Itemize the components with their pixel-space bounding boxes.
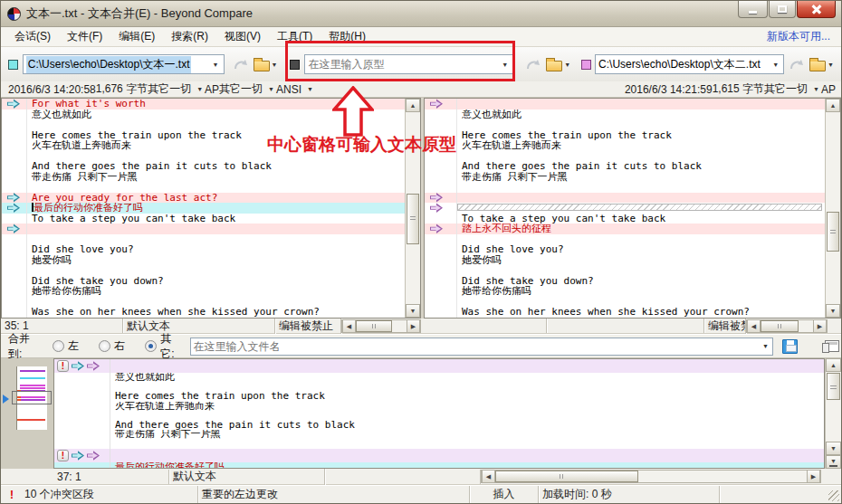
chevron-down-icon[interactable]: ▼ [761, 343, 770, 349]
menu-item[interactable]: 工具(T) [269, 27, 321, 46]
text-line[interactable]: To take a step you can't take back [425, 214, 825, 224]
text-line[interactable]: Are you ready for the last act? [2, 193, 405, 204]
save-output-button[interactable] [780, 336, 799, 357]
right-editor-pane[interactable]: 意义也就如此Here comes the train upon the trac… [424, 98, 841, 319]
left-encoding-dropdown[interactable]: ANSI▼ [276, 83, 315, 96]
conflict-icon[interactable]: ! [57, 360, 69, 372]
text-line[interactable] [425, 99, 825, 109]
text-line[interactable]: 最后的行动你准备好了吗 [54, 462, 824, 469]
text-line[interactable]: Was she on her knees when she kissed you… [425, 307, 825, 318]
text-line[interactable]: And there goes the pain it cuts to black [425, 161, 825, 172]
minimap-viewport[interactable] [12, 391, 52, 404]
text-line[interactable]: 带走伤痛 只剩下一片黑 [54, 430, 824, 440]
text-line[interactable]: Did she take you down? [2, 276, 405, 287]
center-prototype-combobox[interactable]: ▼ [304, 54, 513, 74]
right-open-folder-button[interactable]: ▼ [808, 53, 837, 75]
minimize-button[interactable] [738, 1, 768, 18]
text-line[interactable]: 踏上永不回头的征程 [425, 223, 825, 234]
scroll-thumb[interactable] [495, 471, 638, 482]
center-open-folder-button[interactable]: ▼ [544, 53, 574, 75]
text-line[interactable] [425, 119, 825, 130]
merge-other-radio[interactable] [145, 340, 157, 352]
right-pane-color-button[interactable] [579, 53, 593, 75]
menu-item[interactable]: 搜索(R) [163, 27, 216, 46]
text-line[interactable]: 意义也就如此 [54, 373, 824, 383]
text-line[interactable] [54, 411, 824, 421]
text-line[interactable]: 最后的行动你准备好了吗 [2, 203, 405, 214]
text-line[interactable] [2, 223, 405, 234]
left-vertical-scrollbar[interactable]: ▲ ▼ [405, 99, 420, 318]
scroll-right-icon[interactable]: ▶ [407, 320, 420, 332]
copy-section-arrow-icon[interactable] [72, 451, 84, 461]
merge-left-radio[interactable] [53, 340, 64, 352]
skip-to-end-icon[interactable]: ▼ [826, 455, 841, 469]
right-filter-dropdown[interactable]: 其它一切▼ [764, 81, 821, 97]
text-line[interactable]: 火车在轨道上奔驰而来 [2, 140, 405, 151]
left-editor-pane[interactable]: For what it's worth意义也就如此Here comes the … [1, 98, 421, 319]
text-line[interactable]: Did she love you? [425, 244, 825, 255]
chevron-down-icon[interactable]: ▼ [770, 62, 780, 68]
left-filter-dropdown[interactable]: 其它一切▼ [148, 81, 205, 97]
copy-section-arrow-icon[interactable] [72, 361, 84, 371]
right-vertical-scrollbar[interactable]: ▲ ▼ [825, 99, 840, 318]
text-line[interactable]: Did she love you? [2, 244, 405, 255]
text-line[interactable] [2, 151, 405, 162]
text-line[interactable]: 在亲吻你的王冠时 她有没有双膝跪地 [425, 318, 825, 319]
scroll-up-icon[interactable]: ▲ [406, 99, 420, 112]
copy-section-arrow-icon[interactable] [430, 203, 443, 213]
text-line[interactable]: 在亲吻你的王冠时 她有没有双膝跪地 [2, 318, 405, 319]
merged-horizontal-scrollbar[interactable]: ◀ ▶ [481, 470, 821, 483]
scroll-left-icon[interactable]: ◀ [747, 320, 761, 332]
scroll-left-icon[interactable]: ◀ [482, 471, 495, 482]
text-line[interactable] [425, 203, 825, 214]
text-line[interactable]: Was she on her knees when she kissed you… [2, 307, 405, 318]
output-filename-combobox[interactable]: ▼ [190, 338, 773, 356]
scroll-thumb[interactable] [356, 320, 392, 332]
right-path-combobox[interactable]: C:\Users\echo\Desktop\文本二.txt ▼ [595, 54, 784, 74]
merge-minimap[interactable] [1, 358, 53, 469]
text-line[interactable]: 她爱你吗 [2, 255, 405, 266]
text-line[interactable]: 带走伤痛 只剩下一片黑 [425, 172, 825, 183]
chevron-down-icon[interactable]: ▼ [211, 62, 221, 68]
right-swap-icon[interactable] [788, 53, 806, 75]
text-line[interactable] [425, 234, 825, 245]
text-line[interactable]: 意义也就如此 [2, 109, 405, 120]
copy-section-arrow-icon[interactable] [7, 99, 20, 109]
menu-item[interactable]: 文件(F) [59, 27, 110, 46]
scroll-down-icon[interactable]: ▼ [826, 304, 840, 318]
left-flag-a[interactable]: A [205, 83, 212, 96]
left-swap-icon[interactable] [232, 53, 250, 75]
text-line[interactable]: 带走伤痛 只剩下一片黑 [2, 172, 405, 183]
open-output-window-button[interactable] [823, 336, 841, 357]
text-line[interactable]: Here comes the train upon the track [54, 392, 824, 402]
chevron-down-icon[interactable]: ▼ [500, 62, 510, 68]
text-line[interactable]: 她带给你伤痛吗 [425, 286, 825, 297]
center-prototype-input[interactable] [308, 58, 500, 71]
scroll-down-icon[interactable]: ▼ [406, 304, 420, 318]
menu-item[interactable]: 会话(S) [6, 27, 59, 46]
text-line[interactable] [425, 151, 825, 162]
merge-left-label[interactable]: 左 [68, 338, 79, 354]
menu-item[interactable]: 编辑(E) [110, 27, 163, 46]
conflict-icon[interactable]: ! [57, 450, 69, 461]
scroll-thumb[interactable] [761, 320, 799, 332]
right-horizontal-scrollbar[interactable]: ◀ ▶ [746, 319, 828, 333]
right-flag-a[interactable]: A [821, 83, 828, 96]
copy-section-arrow-icon[interactable] [7, 203, 20, 213]
text-line[interactable] [2, 234, 405, 245]
copy-section-arrow-icon[interactable] [87, 361, 100, 371]
close-button[interactable] [797, 1, 836, 18]
text-line[interactable] [425, 265, 825, 276]
scroll-right-icon[interactable]: ▶ [807, 471, 820, 482]
scroll-thumb[interactable] [827, 212, 839, 252]
copy-section-arrow-icon[interactable] [7, 223, 20, 233]
text-line[interactable] [425, 297, 825, 308]
text-line[interactable] [2, 119, 405, 130]
scroll-right-icon[interactable]: ▶ [813, 320, 827, 332]
text-line[interactable]: For what it's worth [2, 99, 405, 109]
copy-section-arrow-icon[interactable] [87, 451, 100, 461]
text-line[interactable] [54, 383, 824, 393]
left-flag-p[interactable]: P [212, 83, 219, 96]
output-filename-input[interactable] [193, 340, 761, 353]
text-line[interactable]: Here comes the train upon the track [425, 130, 825, 141]
